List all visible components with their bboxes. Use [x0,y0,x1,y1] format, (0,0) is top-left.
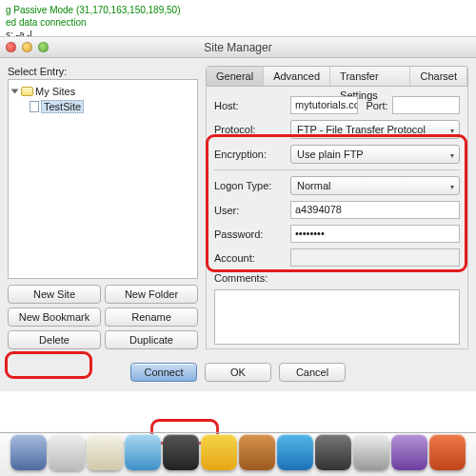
minimize-window-button[interactable] [22,42,32,45]
zoom-window-button[interactable] [38,42,49,45]
window-title: Site Manager [204,41,271,45]
titlebar: Site Manager [0,37,476,45]
close-window-button[interactable] [6,42,16,45]
site-manager-window: Site Manager Select Entry: My Sites Test… [0,36,476,45]
